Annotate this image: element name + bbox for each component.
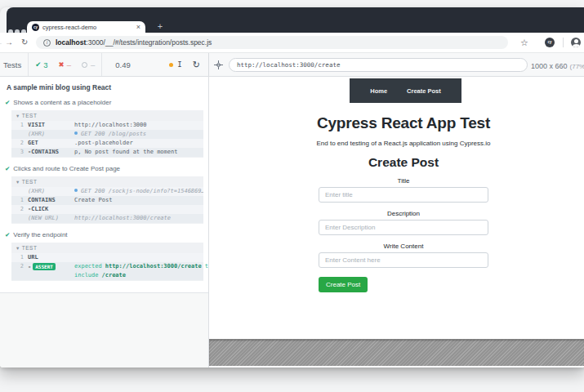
assert-row[interactable]: 2 -ASSERT expectedhttp://localhost:3000/… — [11, 262, 203, 280]
viewport-scale: (77%) — [570, 63, 584, 70]
back-icon[interactable]: ← — [0, 33, 3, 52]
cypress-extension-icon[interactable]: cy — [545, 38, 555, 47]
create-post-form: Title Description Write Content Create P… — [319, 177, 488, 292]
page-info-icon[interactable]: i — [43, 39, 51, 47]
collapse-caret-icon: ▾ — [16, 113, 20, 118]
nav-link-create-post[interactable]: Create Post — [407, 87, 441, 95]
run-duration: 0.49 — [115, 60, 131, 69]
command-name: -CONTAINS — [28, 148, 74, 157]
header-divider — [28, 53, 29, 76]
new-tab-button[interactable]: + — [154, 21, 167, 33]
autoscroll-dot-icon[interactable] — [169, 63, 173, 67]
spec-log: A sample mini blog using React ✔ Shows a… — [0, 77, 208, 293]
tab-close-icon[interactable]: × — [136, 23, 140, 31]
restart-tests-icon[interactable]: ↻ — [193, 60, 200, 70]
command-name: -ASSERT — [28, 262, 74, 280]
browser-toolbar: ← → ↻ i localhost:3000/__/#/tests/integr… — [0, 33, 584, 52]
new-url-row[interactable]: (NEW URL) http://localhost:3000/create — [11, 214, 203, 223]
test-passed-check-icon: ✔ — [5, 231, 10, 238]
description-label: Description — [319, 210, 488, 217]
command-message: http://localhost:3000/create — [74, 214, 203, 223]
failed-count: – — [67, 60, 71, 69]
command-row[interactable]: 1 URL — [11, 253, 203, 262]
command-name: -CLICK — [28, 205, 74, 214]
test-title[interactable]: ✔ Clicks and route to Create Post page — [0, 159, 208, 176]
cypress-favicon-icon: cy — [32, 24, 39, 31]
screenshot-stage: cy cypress-react-demo × + ← → ↻ i localh… — [0, 0, 584, 392]
command-number: 3 — [11, 148, 28, 157]
aut-bottom-scroll-area[interactable] — [209, 339, 584, 366]
xhr-dot-icon — [74, 131, 78, 135]
pending-circle-icon — [82, 62, 87, 68]
command-number: 1 — [11, 253, 28, 262]
forward-icon[interactable]: → — [5, 33, 13, 52]
command-row[interactable]: 1 VISIT http://localhost:3000 — [11, 121, 203, 130]
reporter-panel: A sample mini blog using React ✔ Shows a… — [0, 77, 209, 368]
test-title-label: Clicks and route to Create Post page — [13, 165, 120, 172]
cypress-runner: Tests ✔ 3 ✖ – – 0.49 I ↻ http://local — [0, 52, 584, 368]
create-post-button[interactable]: Create Post — [319, 277, 368, 292]
title-label: Title — [319, 177, 488, 185]
toolbar-divider — [563, 38, 564, 47]
app-content: Cypress React App Test End to end testin… — [304, 106, 503, 292]
assert-badge: ASSERT — [33, 263, 56, 270]
collapse-caret-icon: ▾ — [16, 179, 20, 185]
profile-avatar-icon[interactable] — [571, 38, 581, 47]
tests-back-link[interactable]: Tests — [3, 60, 21, 69]
address-url: localhost:3000/__/#/tests/integration/po… — [56, 38, 212, 47]
aut-url-bar[interactable]: http://localhost:3000/create — [229, 58, 528, 72]
nav-link-home[interactable]: Home — [370, 87, 387, 95]
bookmark-star-icon[interactable]: ☆ — [520, 33, 528, 52]
command-message: http://localhost:3000 — [74, 121, 203, 130]
command-name: (XHR) — [28, 130, 74, 139]
command-row[interactable]: 3 -CONTAINS p, No post found at the mome… — [11, 148, 203, 157]
test-group-label[interactable]: ▾TEST — [11, 176, 203, 187]
command-number: 2 — [11, 139, 28, 148]
test-title-label: Verify the endpoint — [13, 231, 67, 238]
command-log: ▾TEST (XHR) GET 200 /sockjs-node/info?t=… — [11, 176, 203, 224]
command-message — [74, 205, 203, 214]
address-bar[interactable]: i localhost:3000/__/#/tests/integration/… — [36, 36, 508, 49]
aut-panel: Home Create Post Cypress React App Test … — [209, 77, 584, 368]
autoscroll-toggle[interactable]: I — [177, 60, 181, 69]
command-row[interactable]: 2 -CLICK — [11, 205, 203, 214]
command-name: CONTAINS — [28, 196, 74, 205]
command-number: 1 — [11, 196, 28, 205]
xhr-row[interactable]: (XHR) GET 200 /sockjs-node/info?t=154686… — [11, 187, 203, 196]
command-message: Create Post — [74, 196, 203, 205]
command-row[interactable]: 2 GET .post-placeholder — [11, 139, 203, 148]
test-group-label[interactable]: ▾TEST — [11, 243, 203, 253]
content-input[interactable] — [319, 252, 488, 268]
reload-icon[interactable]: ↻ — [21, 33, 28, 52]
command-message: GET 200 /blog/posts — [74, 130, 203, 139]
url-path: :3000/__/#/tests/integration/posts.spec.… — [86, 38, 212, 47]
test-group-label[interactable]: ▾TEST — [11, 110, 203, 121]
aut-header: http://localhost:3000/create 1000 x 660(… — [209, 53, 584, 76]
viewport-size: 1000 x 660 — [531, 62, 568, 70]
description-input[interactable] — [319, 220, 488, 235]
tab-title: cypress-react-demo — [42, 24, 133, 31]
passed-check-icon: ✔ — [35, 60, 41, 69]
suite-title[interactable]: A sample mini blog using React — [0, 82, 208, 93]
command-message: GET 200 /sockjs-node/info?t=1546869… — [74, 187, 203, 196]
test-title-label: Shows a content as a placeholder — [13, 99, 111, 106]
command-row[interactable]: 1 CONTAINS Create Post — [11, 196, 203, 205]
selector-playground-icon[interactable] — [214, 60, 223, 69]
command-number: 2 — [11, 205, 28, 214]
command-name: (XHR) — [28, 187, 74, 196]
passed-count: 3 — [43, 60, 47, 69]
content-label: Write Content — [319, 243, 488, 250]
test-title[interactable]: ✔ Shows a content as a placeholder — [0, 93, 208, 109]
command-log: ▾TEST 1 VISIT http://localhost:3000 (XHR… — [11, 110, 203, 158]
xhr-row[interactable]: (XHR) GET 200 /blog/posts — [11, 130, 203, 139]
viewport-info: 1000 x 660(77%) — [531, 53, 584, 78]
command-number: 2 — [11, 262, 28, 280]
runner-header: Tests ✔ 3 ✖ – – 0.49 I ↻ http://local — [0, 52, 584, 77]
collapse-caret-icon: ▾ — [16, 245, 20, 251]
browser-tab[interactable]: cy cypress-react-demo × — [27, 21, 145, 33]
command-name: URL — [28, 253, 74, 262]
command-message: p, No post found at the moment — [74, 148, 203, 157]
url-host: localhost — [56, 38, 86, 47]
test-title[interactable]: ✔ Verify the endpoint — [0, 225, 208, 242]
title-input[interactable] — [319, 187, 488, 203]
